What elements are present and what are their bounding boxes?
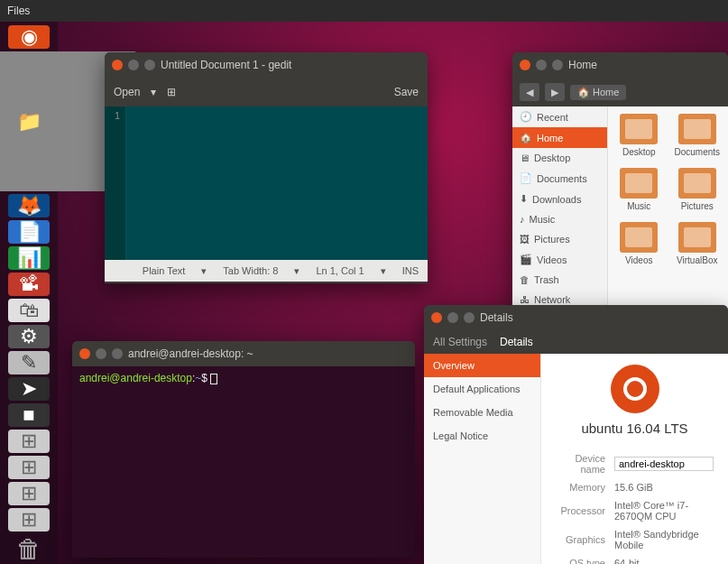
maximize-icon[interactable] [112,348,123,359]
sidebar-item-downloads[interactable]: ⬇Downloads [512,189,607,209]
folder-icon [620,114,658,144]
folder-virtualbox[interactable]: VirtualBox [670,222,725,265]
info-key: Memory [556,479,613,495]
gedit-titlebar[interactable]: Untitled Document 1 - gedit [105,52,428,78]
line-gutter: 1 [105,106,126,260]
prompt-user: andrei@andrei-desktop [79,372,192,384]
launcher-icon-14[interactable]: ⊞ [8,508,50,532]
launcher-icon-15[interactable]: 🗑 [8,534,50,564]
details-nav-overview[interactable]: Overview [424,354,540,377]
line-number: 1 [115,110,120,121]
place-icon: 🖧 [520,294,530,305]
launcher-icon-11[interactable]: ⊞ [8,430,50,453]
sidebar-item-trash[interactable]: 🗑Trash [512,270,607,290]
open-button[interactable]: Open [114,86,140,98]
folder-icon [678,114,716,144]
files-titlebar[interactable]: Home [512,52,728,78]
sidebar-item-home[interactable]: 🏠Home [512,127,607,148]
maximize-icon[interactable] [144,60,155,70]
close-icon[interactable] [431,312,442,323]
details-main: ubuntu 16.04 LTS Device nameMemory15.6 G… [541,354,728,564]
place-label: Network [534,294,570,305]
breadcrumb: All Settings Details [424,330,728,354]
place-icon: 🎬 [520,254,532,265]
details-window: Details All Settings Details OverviewDef… [424,305,728,564]
sidebar-item-documents[interactable]: 📄Documents [512,168,607,189]
launcher-icon-8[interactable]: ✎ [8,351,50,374]
pos-dropdown-icon[interactable]: ▾ [381,265,386,277]
new-tab-icon[interactable]: ⊞ [167,86,176,98]
launcher-icon-4[interactable]: 📊 [8,246,50,270]
all-settings-link[interactable]: All Settings [433,336,487,348]
folder-label: Desktop [612,147,667,157]
place-icon: 🖼 [520,234,530,245]
launcher-icon-0[interactable]: ◉ [8,25,50,49]
minimize-icon[interactable] [536,60,547,70]
place-icon: ♪ [520,214,525,225]
minimize-icon[interactable] [128,60,139,70]
maximize-icon[interactable] [552,60,563,70]
launcher-icon-2[interactable]: 🦊 [8,194,50,217]
launcher-icon-10[interactable]: ■ [8,403,50,427]
launcher-icon-12[interactable]: ⊞ [8,456,50,479]
save-button[interactable]: Save [394,86,419,98]
launcher-icon-7[interactable]: ⚙ [8,325,50,348]
folder-documents[interactable]: Documents [670,114,725,157]
sidebar-item-pictures[interactable]: 🖼Pictures [512,229,607,249]
close-icon[interactable] [520,60,530,70]
top-menu-label[interactable]: Files [7,5,30,17]
open-dropdown-icon[interactable]: ▾ [151,86,156,98]
launcher-icon-13[interactable]: ⊞ [8,482,50,505]
path-label: Home [593,87,619,97]
syntax-mode[interactable]: Plain Text [143,265,186,276]
files-icon-view[interactable]: DesktopDocumentsMusicPicturesVideosVirtu… [608,106,728,314]
details-nav-removable-media[interactable]: Removable Media [424,401,540,424]
close-icon[interactable] [112,60,123,70]
desktop: ◉📁🦊📄📊📽🛍⚙✎➤■⊞⊞⊞⊞🗑 Untitled Document 1 - g… [0,22,728,564]
place-icon: 🖥 [520,153,530,163]
path-button[interactable]: 🏠 Home [570,85,626,100]
files-title: Home [568,59,597,71]
terminal-titlebar[interactable]: andrei@andrei-desktop: ~ [72,341,415,366]
place-label: Home [537,133,563,143]
system-info-table: Device nameMemory15.6 GiBProcessorIntel®… [554,448,715,564]
tab-width[interactable]: Tab Width: 8 [223,265,278,276]
ubuntu-logo-icon [611,365,659,413]
launcher-icon-9[interactable]: ➤ [8,377,50,401]
details-titlebar[interactable]: Details [424,305,728,330]
launcher-icon-6[interactable]: 🛍 [8,299,50,322]
folder-desktop[interactable]: Desktop [612,114,667,157]
back-button[interactable]: ◀ [520,83,539,101]
sidebar-item-music[interactable]: ♪Music [512,209,607,229]
launcher-icon-5[interactable]: 📽 [8,273,50,296]
place-icon: 🕘 [520,111,532,123]
terminal-body[interactable]: andrei@andrei-desktop:~$ [72,366,415,558]
folder-label: VirtualBox [670,255,725,265]
sidebar-item-recent[interactable]: 🕘Recent [512,106,607,127]
folder-pictures[interactable]: Pictures [670,168,725,211]
terminal-window: andrei@andrei-desktop: ~ andrei@andrei-d… [72,341,415,558]
info-row: GraphicsIntel® Sandybridge Mobile [556,526,714,553]
forward-button[interactable]: ▶ [545,83,565,101]
device-name-input[interactable] [614,457,714,471]
maximize-icon[interactable] [464,312,475,323]
syntax-dropdown-icon[interactable]: ▾ [201,265,207,277]
unity-launcher: ◉📁🦊📄📊📽🛍⚙✎➤■⊞⊞⊞⊞🗑 [0,22,58,564]
folder-videos[interactable]: Videos [612,222,667,265]
sidebar-item-videos[interactable]: 🎬Videos [512,249,607,270]
details-nav-default-applications[interactable]: Default Applications [424,377,540,401]
files-toolbar: ◀ ▶ 🏠 Home [512,78,728,106]
gedit-title: Untitled Document 1 - gedit [161,59,291,71]
info-value: 64-bit [614,555,714,564]
folder-music[interactable]: Music [612,168,667,211]
info-row: Memory15.6 GiB [556,479,714,495]
close-icon[interactable] [79,348,90,359]
top-menu-bar: Files [0,0,728,22]
minimize-icon[interactable] [96,348,106,359]
sidebar-item-desktop[interactable]: 🖥Desktop [512,148,607,168]
details-nav-legal-notice[interactable]: Legal Notice [424,424,540,448]
tab-dropdown-icon[interactable]: ▾ [294,265,299,277]
minimize-icon[interactable] [447,312,458,323]
launcher-icon-3[interactable]: 📄 [8,220,50,244]
text-area[interactable] [126,106,428,260]
